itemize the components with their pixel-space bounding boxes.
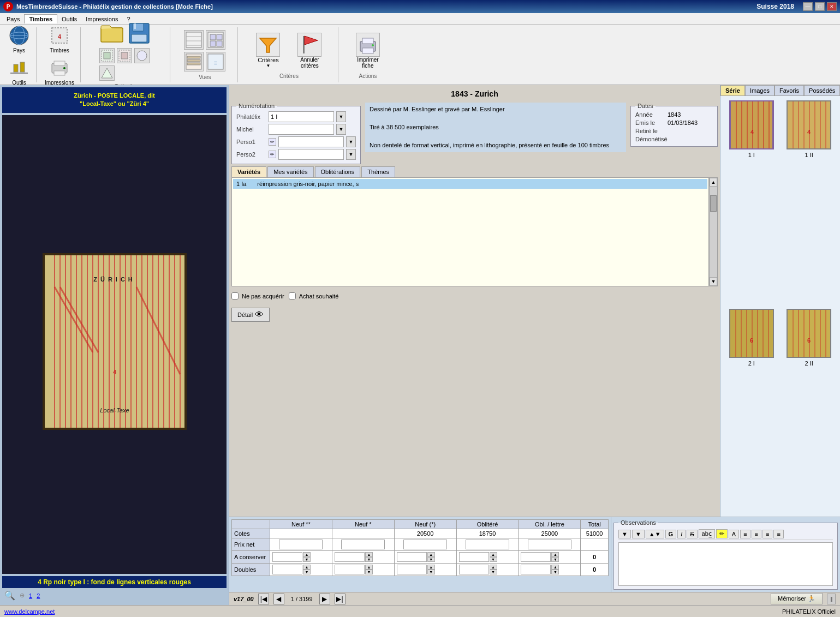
doubles-oblit-input[interactable] xyxy=(459,565,489,574)
doubles-neuf2-input[interactable] xyxy=(272,565,302,574)
prix-net-oblit-input[interactable] xyxy=(466,540,509,549)
scroll-down[interactable]: ▼ xyxy=(710,277,717,286)
serie-tab-favoris[interactable]: Favoris xyxy=(775,85,804,96)
a-conserver-neuf-par-up[interactable]: ▲ xyxy=(427,552,435,557)
variety-row[interactable]: 1 Ia réimpression gris-noir, papier minc… xyxy=(233,179,707,189)
collection-icon-4[interactable] xyxy=(99,65,115,81)
perso2-input[interactable] xyxy=(278,149,344,160)
collection-icon-2[interactable] xyxy=(117,48,132,63)
doubles-obl-lettre-up[interactable]: ▲ xyxy=(551,565,559,570)
collection-save-button[interactable] xyxy=(126,20,152,46)
serie-tab-possedes[interactable]: Possédés xyxy=(804,85,840,96)
vues-icon-2[interactable] xyxy=(206,30,225,50)
perso1-input[interactable] xyxy=(278,136,344,147)
serie-stamp-1I[interactable]: 4 1 I xyxy=(725,100,778,304)
a-conserver-neuf-par-down[interactable]: ▼ xyxy=(427,557,435,562)
vues-icon-3[interactable] xyxy=(184,52,204,71)
doubles-obl-lettre-input[interactable] xyxy=(521,565,551,574)
prix-net-neuf1-input[interactable] xyxy=(341,540,385,549)
collection-icon-3[interactable] xyxy=(134,48,150,63)
nav-first[interactable]: |◀ xyxy=(258,594,269,604)
menu-pays[interactable]: Pays xyxy=(2,15,24,23)
obs-size-dropdown[interactable]: ▼ xyxy=(632,530,645,538)
a-conserver-oblit-up[interactable]: ▲ xyxy=(490,552,497,557)
tab-obliterations[interactable]: Oblitérations xyxy=(315,166,361,177)
variety-scrollbar[interactable]: ▲ ▼ xyxy=(709,177,718,286)
michel-input[interactable] xyxy=(269,124,334,135)
a-conserver-neuf1-input[interactable] xyxy=(335,552,365,562)
pays-button[interactable]: Pays xyxy=(7,23,32,55)
serie-tab-images[interactable]: Images xyxy=(745,85,775,96)
nav-prev[interactable]: ◀ xyxy=(273,594,284,604)
zoom-icon[interactable]: 🔍 xyxy=(4,590,15,601)
a-conserver-obl-lettre-up[interactable]: ▲ xyxy=(551,552,559,557)
scroll-thumb[interactable] xyxy=(710,195,717,212)
criteres-button[interactable]: Critères ▼ xyxy=(252,31,284,70)
philatelix-input[interactable] xyxy=(269,111,334,122)
maximize-button[interactable]: □ xyxy=(815,2,825,11)
doubles-neuf2-up[interactable]: ▲ xyxy=(303,565,311,570)
obs-align-left[interactable]: ≡ xyxy=(740,530,750,538)
prix-net-neuf2-input[interactable] xyxy=(279,540,323,549)
doubles-neuf1-down[interactable]: ▼ xyxy=(365,570,373,574)
serie-tab-serie[interactable]: Série xyxy=(720,85,745,96)
doubles-neuf-par-down[interactable]: ▼ xyxy=(427,570,435,574)
obs-color[interactable]: A xyxy=(729,530,739,538)
obs-bold[interactable]: G xyxy=(665,530,677,538)
a-conserver-oblit-input[interactable] xyxy=(459,552,489,562)
serie-stamp-2I[interactable]: 6 2 I xyxy=(725,309,778,513)
doubles-obl-lettre-down[interactable]: ▼ xyxy=(551,570,559,574)
a-conserver-oblit-down[interactable]: ▼ xyxy=(490,557,497,562)
a-conserver-neuf2-input[interactable] xyxy=(272,552,302,562)
obs-strikethrough[interactable]: S xyxy=(687,530,697,538)
doubles-neuf2-down[interactable]: ▼ xyxy=(303,570,311,574)
collection-icon-1[interactable] xyxy=(99,48,115,63)
scroll-up[interactable]: ▲ xyxy=(710,178,717,187)
prix-net-obl-lettre-input[interactable] xyxy=(528,540,571,549)
serie-stamp-1II[interactable]: 4 1 II xyxy=(783,100,836,304)
perso1-edit-icon[interactable]: ✏ xyxy=(269,138,276,146)
tab-mes-varietes[interactable]: Mes variétés xyxy=(267,166,313,177)
perso2-edit-icon[interactable]: ✏ xyxy=(269,151,276,158)
nav-last[interactable]: ▶| xyxy=(335,594,345,604)
annuler-criteres-button[interactable]: Annuler critères xyxy=(293,31,326,71)
menu-timbres[interactable]: Timbres xyxy=(24,14,57,23)
observations-textarea[interactable] xyxy=(618,542,833,586)
a-conserver-obl-lettre-input[interactable] xyxy=(521,552,551,562)
stamp-link-1[interactable]: 1 xyxy=(29,592,32,599)
stamp-link-2[interactable]: 2 xyxy=(37,592,40,599)
tab-varietes[interactable]: Variétés xyxy=(231,166,266,177)
obs-highlight[interactable]: ✏ xyxy=(716,529,728,538)
tab-themes[interactable]: Thèmes xyxy=(361,166,395,177)
checkbox-ne-pas-input[interactable] xyxy=(231,292,239,299)
perso1-dropdown[interactable]: ▼ xyxy=(346,136,356,147)
collection-open-button[interactable] xyxy=(99,20,125,46)
nav-next[interactable]: ▶ xyxy=(319,594,330,604)
a-conserver-obl-lettre-down[interactable]: ▼ xyxy=(551,557,559,562)
obs-align-center[interactable]: ≡ xyxy=(752,530,761,538)
obs-underline[interactable]: abc̲ xyxy=(699,529,715,538)
a-conserver-neuf-par-input[interactable] xyxy=(397,552,427,562)
a-conserver-neuf1-up[interactable]: ▲ xyxy=(365,552,373,557)
imprimer-fiche-button[interactable]: Imprimer fiche xyxy=(352,31,384,71)
prix-net-neuf-par-input[interactable] xyxy=(403,540,447,549)
doubles-neuf1-input[interactable] xyxy=(335,565,365,574)
doubles-neuf-par-input[interactable] xyxy=(397,565,427,574)
doubles-oblit-up[interactable]: ▲ xyxy=(490,565,497,570)
obs-scroll[interactable]: ‖ xyxy=(827,594,836,604)
obs-align-right[interactable]: ≡ xyxy=(762,530,772,538)
memoriser-button[interactable]: Mémoriser 🏃 xyxy=(771,593,823,604)
a-conserver-neuf1-down[interactable]: ▼ xyxy=(365,557,373,562)
doubles-neuf1-up[interactable]: ▲ xyxy=(365,565,373,570)
timbres-button[interactable]: 4 Timbres xyxy=(47,23,72,55)
checkbox-achat-input[interactable] xyxy=(289,292,296,299)
vues-icon-1[interactable] xyxy=(184,30,204,50)
a-conserver-neuf2-down[interactable]: ▼ xyxy=(303,557,311,562)
obs-align-justify[interactable]: ≡ xyxy=(773,530,783,538)
obs-italic[interactable]: I xyxy=(677,530,686,538)
menu-outils[interactable]: Outils xyxy=(57,15,81,23)
doubles-neuf-par-up[interactable]: ▲ xyxy=(427,565,435,570)
obs-size-stepper[interactable]: ▲▼ xyxy=(646,530,664,538)
outils-button[interactable]: Outils xyxy=(7,55,32,87)
minimize-button[interactable]: — xyxy=(803,2,813,11)
